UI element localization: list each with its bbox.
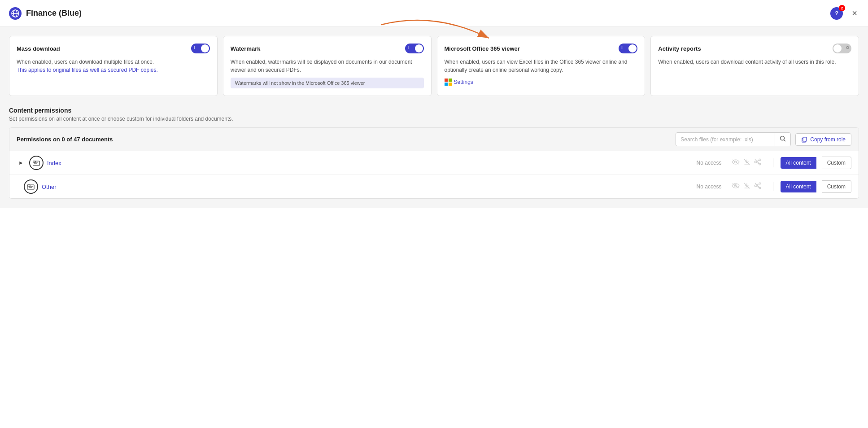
activity-reports-header: Activity reports O	[658, 44, 851, 53]
close-button[interactable]: ×	[850, 6, 859, 20]
app-logo-icon	[9, 7, 22, 20]
watermark-note: Watermarks will not show in the Microsof…	[231, 78, 424, 88]
file-name[interactable]: Other	[42, 183, 57, 190]
permissions-heading-area: Content permissions Set permissions on a…	[9, 107, 859, 122]
ms-office-settings-link[interactable]: Settings	[445, 79, 638, 86]
file-list: ► Index No access	[9, 151, 859, 198]
file-right: No access	[697, 157, 851, 169]
folder-icon-svg	[27, 183, 35, 190]
search-input[interactable]	[676, 134, 775, 145]
activity-reports-desc: When enabled, users can download content…	[658, 58, 851, 66]
custom-button[interactable]: Custom	[822, 180, 851, 193]
folder-icon	[29, 156, 44, 170]
mass-download-toggle[interactable]: I	[191, 44, 210, 53]
view-icon-button[interactable]	[731, 158, 741, 168]
icon-group	[731, 157, 762, 168]
svg-rect-6	[449, 83, 452, 86]
divider	[773, 182, 773, 191]
mass-download-link[interactable]: This applies to original files as well a…	[17, 67, 158, 73]
icon-group	[731, 181, 762, 192]
content-area: Mass download I When enabled, users can …	[0, 27, 868, 208]
mass-download-card: Mass download I When enabled, users can …	[9, 36, 218, 96]
all-content-button[interactable]: All content	[781, 181, 816, 192]
modal-title: Finance (Blue)	[26, 9, 82, 18]
toggle-slider: I	[619, 44, 637, 53]
svg-rect-12	[33, 161, 35, 162]
share-slash-icon	[754, 182, 761, 189]
svg-point-20	[755, 161, 756, 163]
download-icon-button[interactable]	[742, 157, 751, 168]
copy-from-role-button[interactable]: Copy from role	[795, 133, 851, 146]
all-content-button[interactable]: All content	[781, 157, 816, 169]
watermark-header: Watermark I	[231, 44, 424, 53]
share-icon-button[interactable]	[753, 181, 762, 192]
toggle-slider: O	[833, 44, 851, 53]
badge-count: 2	[839, 5, 845, 11]
svg-point-33	[755, 185, 756, 187]
access-status: No access	[697, 183, 722, 190]
toggle-slider: I	[405, 44, 424, 53]
permissions-subtext: Set permissions on all content at once o…	[9, 116, 859, 122]
expand-button[interactable]: ►	[17, 159, 26, 167]
file-left: Other	[17, 179, 697, 194]
activity-reports-title: Activity reports	[658, 45, 701, 52]
mass-download-title: Mass download	[17, 45, 60, 52]
svg-line-8	[784, 140, 786, 142]
ms-office-title: Microsoft Office 365 viewer	[445, 45, 520, 52]
share-icon-button[interactable]	[753, 157, 762, 168]
svg-line-23	[755, 159, 760, 165]
permissions-toolbar: Permissions on 0 of 47 documents	[9, 128, 859, 151]
svg-line-36	[755, 183, 760, 188]
feature-cards: Mass download I When enabled, users can …	[9, 36, 859, 96]
custom-button[interactable]: Custom	[822, 157, 851, 169]
table-row: ► Index No access	[9, 151, 859, 175]
divider	[773, 158, 773, 167]
svg-point-31	[759, 183, 761, 184]
table-row: Other No access	[9, 175, 859, 198]
header-right: ? 2 ×	[830, 6, 859, 20]
toggle-slider: I	[191, 44, 210, 53]
permissions-heading: Content permissions	[9, 107, 859, 114]
svg-rect-11	[33, 161, 39, 166]
folder-icon-svg	[33, 160, 40, 166]
file-left: ► Index	[17, 156, 697, 170]
modal-title-area: Finance (Blue)	[9, 7, 82, 20]
svg-rect-10	[803, 137, 807, 141]
ms-office-card: Microsoft Office 365 viewer I When enabl…	[437, 36, 646, 96]
svg-rect-3	[445, 79, 448, 82]
ms-office-desc: When enabled, users can view Excel files…	[445, 58, 638, 74]
search-button[interactable]	[775, 133, 790, 146]
modal-container: Finance (Blue) ? 2 × Mass download I	[0, 0, 868, 428]
folder-icon	[24, 179, 38, 194]
watermark-card: Watermark I When enabled, watermarks wil…	[223, 36, 432, 96]
search-icon	[780, 135, 786, 142]
file-right: No access	[697, 180, 851, 193]
download-slash-icon	[743, 182, 750, 189]
office-icon	[445, 79, 452, 86]
copy-icon	[801, 136, 807, 143]
watermark-toggle[interactable]: I	[405, 44, 424, 53]
svg-rect-4	[449, 79, 452, 82]
help-icon: ?	[835, 10, 838, 17]
modal-header: Finance (Blue) ? 2 ×	[0, 0, 868, 27]
help-button[interactable]: ? 2	[830, 7, 843, 20]
watermark-title: Watermark	[231, 45, 261, 52]
download-slash-icon	[743, 158, 750, 166]
view-icon-button[interactable]	[731, 182, 741, 192]
download-icon-button[interactable]	[742, 181, 751, 192]
activity-reports-toggle[interactable]: O	[833, 44, 851, 53]
access-status: No access	[697, 160, 722, 166]
svg-rect-25	[27, 185, 30, 186]
mass-download-desc: When enabled, users can download multipl…	[17, 58, 210, 74]
eye-slash-icon	[732, 159, 740, 165]
toolbar-right: Copy from role	[676, 132, 851, 146]
copy-from-role-label: Copy from role	[810, 136, 846, 143]
search-container	[676, 132, 791, 146]
svg-point-18	[759, 159, 761, 161]
svg-rect-24	[27, 185, 34, 189]
file-name[interactable]: Index	[47, 160, 61, 166]
ms-office-toggle[interactable]: I	[619, 44, 637, 53]
svg-point-7	[781, 136, 785, 140]
eye-slash-icon	[732, 183, 740, 189]
activity-reports-card: Activity reports O When enabled, users c…	[650, 36, 859, 96]
